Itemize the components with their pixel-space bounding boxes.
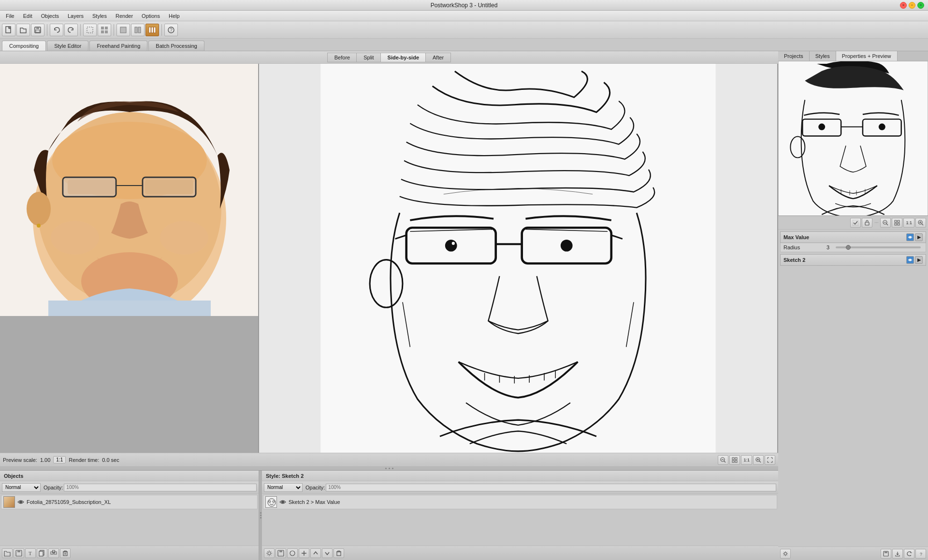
right-save-btn[interactable] [881, 549, 891, 559]
right-help-btn[interactable]: ? [915, 549, 926, 559]
prop-header-maxvalue[interactable]: Max Value ▶ [780, 231, 926, 243]
new-button[interactable] [2, 24, 15, 36]
prop-radius-label: Radius [783, 244, 822, 250]
prop-header-sketch2[interactable]: Sketch 2 ▶ [780, 254, 926, 266]
svg-rect-36 [48, 301, 211, 316]
style-move-up-button[interactable] [310, 548, 321, 558]
style-eye-icon[interactable] [279, 498, 287, 506]
view-split-button[interactable] [131, 24, 145, 36]
svg-rect-89 [337, 552, 341, 556]
zoom-in-button[interactable] [753, 455, 764, 465]
right-zoom-in-button[interactable] [915, 218, 926, 228]
style-panel-title: Style: Sketch 2 [266, 473, 304, 479]
prop-eye-icon[interactable] [906, 233, 914, 241]
save-object-button[interactable] [14, 548, 24, 558]
right-1to1-button[interactable]: 1:1 [903, 218, 914, 228]
maximize-button[interactable]: + [917, 2, 924, 9]
titlebar: PostworkShop 3 - Untitled × − + [0, 0, 928, 11]
style-trash-button[interactable] [334, 548, 344, 558]
copy-button[interactable] [37, 548, 47, 558]
preview-tab-before[interactable]: Before [327, 53, 357, 62]
preview-tab-after[interactable]: After [425, 53, 451, 62]
sketch-image [259, 64, 777, 453]
style-blend-mode[interactable]: Normal [264, 483, 303, 492]
svg-line-56 [724, 461, 725, 462]
style-circle-button[interactable] [287, 548, 298, 558]
right-refresh-btn[interactable] [904, 549, 914, 559]
style-move-down-button[interactable] [322, 548, 333, 558]
style-add-button[interactable] [299, 548, 309, 558]
prop-radius-thumb[interactable] [846, 245, 851, 250]
prop-radius-slider[interactable] [836, 246, 921, 248]
right-tab-styles[interactable]: Styles [810, 51, 836, 61]
prop-header-icons: ▶ [906, 233, 923, 241]
fit-view-button[interactable] [729, 455, 740, 465]
zoom-1to1-button[interactable]: 1:1 [741, 455, 752, 465]
help-button[interactable]: ? [164, 24, 178, 36]
style-settings-button[interactable] [264, 548, 275, 558]
close-button[interactable]: × [900, 2, 907, 9]
right-settings-button[interactable] [780, 549, 791, 559]
preview-tab-sidebyside[interactable]: Side-by-side [380, 53, 426, 62]
right-tab-projects[interactable]: Projects [778, 51, 810, 61]
right-check-button[interactable] [850, 218, 861, 228]
undo-button[interactable] [50, 24, 63, 36]
text-button[interactable]: T [25, 548, 36, 558]
style-save-button[interactable] [276, 548, 286, 558]
menu-render[interactable]: Render [112, 12, 137, 20]
svg-text:?: ? [920, 552, 922, 557]
toolbar-separator-4 [161, 24, 162, 36]
style-footer [262, 546, 778, 560]
objects-blend-mode[interactable]: Normal [2, 483, 41, 492]
style-panel: Style: Sketch 2 Normal Opacity: 100% [262, 471, 778, 560]
style-opacity-bar: 100% [326, 484, 776, 491]
objects-panel: Objects Normal Opacity: 100% [0, 471, 259, 560]
menu-objects[interactable]: Objects [37, 12, 63, 20]
tab-compositing[interactable]: Compositing [2, 41, 46, 51]
layer-row-photo[interactable]: Fotolia_28751059_Subscription_XL [1, 495, 258, 509]
scale-1to1-button[interactable]: 1:1 [53, 456, 66, 463]
redo-button[interactable] [64, 24, 78, 36]
tab-style-editor[interactable]: Style Editor [47, 41, 88, 51]
marquee-button[interactable] [83, 24, 97, 36]
minimize-button[interactable]: − [909, 2, 915, 9]
prop-sketch2-play-icon[interactable]: ▶ [915, 256, 923, 264]
view-grid-button[interactable] [98, 24, 111, 36]
right-fit-button[interactable] [892, 218, 902, 228]
eye-icon[interactable] [17, 498, 25, 506]
menu-help[interactable]: Help [165, 12, 184, 20]
menu-styles[interactable]: Styles [88, 12, 111, 20]
right-tab-properties[interactable]: Properties + Preview [836, 51, 898, 61]
menu-layers[interactable]: Layers [64, 12, 87, 20]
menu-edit[interactable]: Edit [19, 12, 36, 20]
svg-rect-16 [154, 27, 156, 33]
right-zoom-out-button[interactable] [880, 218, 891, 228]
save-button[interactable] [31, 24, 44, 36]
svg-point-33 [37, 224, 41, 228]
open-button[interactable] [16, 24, 30, 36]
svg-line-104 [886, 224, 888, 225]
objects-panel-title: Objects [4, 473, 23, 479]
right-lock-button[interactable] [862, 218, 872, 228]
add-folder-button[interactable] [2, 548, 13, 558]
delete-object-button[interactable] [60, 548, 71, 558]
tab-batch[interactable]: Batch Processing [148, 41, 204, 51]
menu-options[interactable]: Options [138, 12, 164, 20]
prop-play-icon[interactable]: ▶ [915, 233, 923, 241]
style-layer-row[interactable]: Sketch 2 > Max Value [263, 495, 777, 509]
zoom-out-button[interactable] [718, 455, 728, 465]
group-button[interactable] [48, 548, 59, 558]
prop-sketch2-eye-icon[interactable] [906, 256, 914, 264]
view-single-button[interactable] [116, 24, 130, 36]
menu-file[interactable]: File [2, 12, 18, 20]
tab-freehand[interactable]: Freehand Painting [89, 41, 147, 51]
vertical-resize-handle[interactable] [0, 466, 778, 470]
preview-tab-split[interactable]: Split [356, 53, 381, 62]
view-side-button[interactable] [145, 24, 159, 36]
fullscreen-button[interactable] [765, 455, 775, 465]
svg-rect-10 [105, 30, 108, 33]
right-export-btn[interactable] [892, 549, 903, 559]
svg-rect-12 [135, 27, 137, 33]
svg-line-111 [922, 224, 923, 225]
svg-line-63 [759, 461, 761, 462]
